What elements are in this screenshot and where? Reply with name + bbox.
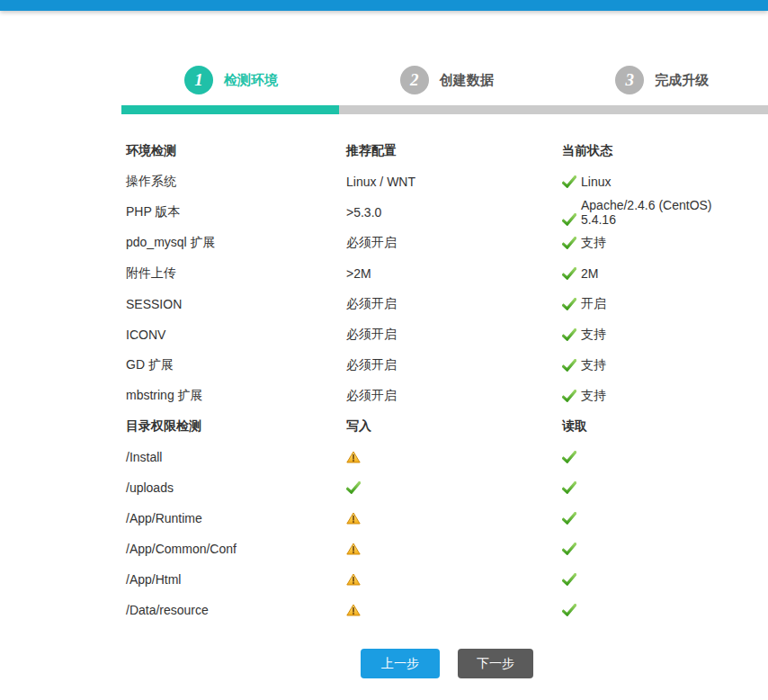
check-icon (562, 175, 576, 188)
dir-header-name: 目录权限检测 (126, 418, 346, 435)
recommended-value: 必须开启 (346, 357, 562, 373)
step-3-badge: 3 (615, 66, 644, 94)
recommended-value: 必须开启 (346, 327, 562, 343)
check-item-name: ICONV (126, 328, 346, 342)
status-value: Apache/2.4.6 (CentOS)5.4.16 (562, 198, 712, 227)
table-row: SESSION必须开启开启 (126, 289, 755, 319)
write-permission-status (346, 573, 562, 586)
warning-icon (346, 451, 361, 463)
step-2-number: 2 (410, 70, 419, 90)
table-row: /App/Html (126, 564, 755, 595)
env-header-status: 当前状态 (562, 143, 755, 159)
check-icon (562, 573, 576, 586)
recommended-value: 必须开启 (346, 235, 562, 251)
check-icon (562, 328, 576, 341)
step-3-label: 完成升级 (655, 72, 709, 89)
status-text: 支持 (581, 357, 606, 373)
dir-header-write: 写入 (346, 418, 562, 435)
current-status: 支持 (562, 235, 755, 251)
status-value: 支持 (562, 357, 606, 373)
warning-icon (346, 543, 361, 555)
current-status: Apache/2.4.6 (CentOS)5.4.16 (562, 198, 755, 227)
check-icon (562, 359, 576, 372)
write-permission-status (346, 512, 562, 525)
status-value: 支持 (562, 327, 606, 343)
step-1-number: 1 (194, 70, 203, 90)
step-2-badge: 2 (400, 66, 429, 94)
check-icon (562, 451, 576, 463)
write-permission-status (346, 543, 562, 555)
warning-icon (346, 573, 361, 586)
check-results: 环境检测推荐配置当前状态操作系统Linux / WNTLinuxPHP 版本>5… (126, 136, 755, 625)
status-line1: Apache/2.4.6 (CentOS) (562, 198, 712, 212)
prev-step-button[interactable]: 上一步 (361, 649, 440, 678)
status-text: 5.4.16 (581, 212, 616, 227)
step-3-number: 3 (626, 70, 635, 90)
check-item-name: GD 扩展 (126, 357, 346, 373)
status-text: Linux (581, 175, 611, 189)
table-row: pdo_mysql 扩展必须开启支持 (126, 228, 755, 258)
wizard-actions: 上一步 下一步 (126, 649, 768, 678)
step-create-data: 2 创建数据 (337, 66, 553, 94)
check-icon (562, 481, 576, 494)
step-1-label: 检测环境 (224, 72, 278, 89)
read-permission-status (562, 543, 755, 555)
env-table-header: 环境检测推荐配置当前状态 (126, 136, 755, 166)
step-1-badge: 1 (184, 66, 213, 94)
check-item-name: 操作系统 (126, 174, 346, 190)
wizard-steps: 1 检测环境 2 创建数据 3 完成升级 (0, 66, 768, 114)
directory-permission-table: 目录权限检测写入读取/Install/uploads/App/Runtime/A… (126, 411, 755, 625)
status-text: 支持 (581, 327, 606, 343)
recommended-value: >5.3.0 (346, 205, 562, 220)
progress-fill (121, 105, 339, 114)
table-row: ICONV必须开启支持 (126, 319, 755, 350)
status-value: 开启 (562, 296, 606, 312)
env-header-recommend: 推荐配置 (346, 143, 562, 159)
current-status: 开启 (562, 296, 755, 312)
directory-path: /Data/resource (126, 603, 346, 617)
directory-path: /App/Common/Conf (126, 542, 346, 556)
check-item-name: PHP 版本 (126, 204, 346, 220)
status-value: 支持 (562, 235, 606, 251)
directory-path: /App/Runtime (126, 511, 346, 525)
check-icon (562, 298, 576, 310)
check-icon (562, 213, 576, 226)
write-permission-status (346, 451, 562, 463)
status-value: Linux (562, 175, 611, 189)
check-item-name: 附件上传 (126, 265, 346, 282)
check-item-name: mbstring 扩展 (126, 388, 346, 404)
check-icon (562, 267, 576, 280)
next-step-button[interactable]: 下一步 (458, 649, 533, 678)
table-row: PHP 版本>5.3.0Apache/2.4.6 (CentOS)5.4.16 (126, 197, 755, 228)
read-permission-status (562, 481, 755, 494)
status-text: 开启 (581, 296, 606, 312)
read-permission-status (562, 451, 755, 463)
current-status: 支持 (562, 327, 755, 343)
table-row: /Data/resource (126, 595, 755, 625)
status-text: 支持 (581, 235, 606, 251)
status-text: 支持 (581, 388, 606, 404)
table-row: 附件上传>2M2M (126, 258, 755, 289)
table-row: mbstring 扩展必须开启支持 (126, 381, 755, 411)
dir-header-read: 读取 (562, 418, 755, 435)
step-2-label: 创建数据 (440, 72, 494, 89)
status-value: 2M (562, 266, 598, 281)
current-status: 支持 (562, 388, 755, 404)
recommended-value: 必须开启 (346, 296, 562, 312)
check-item-name: pdo_mysql 扩展 (126, 235, 346, 251)
status-text: 2M (581, 266, 598, 281)
recommended-value: >2M (346, 266, 562, 281)
check-icon (562, 237, 576, 249)
read-permission-status (562, 573, 755, 586)
top-bar (0, 0, 768, 11)
environment-check-table: 环境检测推荐配置当前状态操作系统Linux / WNTLinuxPHP 版本>5… (126, 136, 755, 411)
read-permission-status (562, 512, 755, 525)
read-permission-status (562, 604, 755, 616)
current-status: 支持 (562, 357, 755, 373)
dir-table-header: 目录权限检测写入读取 (126, 411, 755, 442)
table-row: GD 扩展必须开启支持 (126, 350, 755, 381)
current-status: 2M (562, 266, 755, 281)
table-row: /App/Runtime (126, 503, 755, 534)
recommended-value: Linux / WNT (346, 175, 562, 189)
write-permission-status (346, 604, 562, 616)
